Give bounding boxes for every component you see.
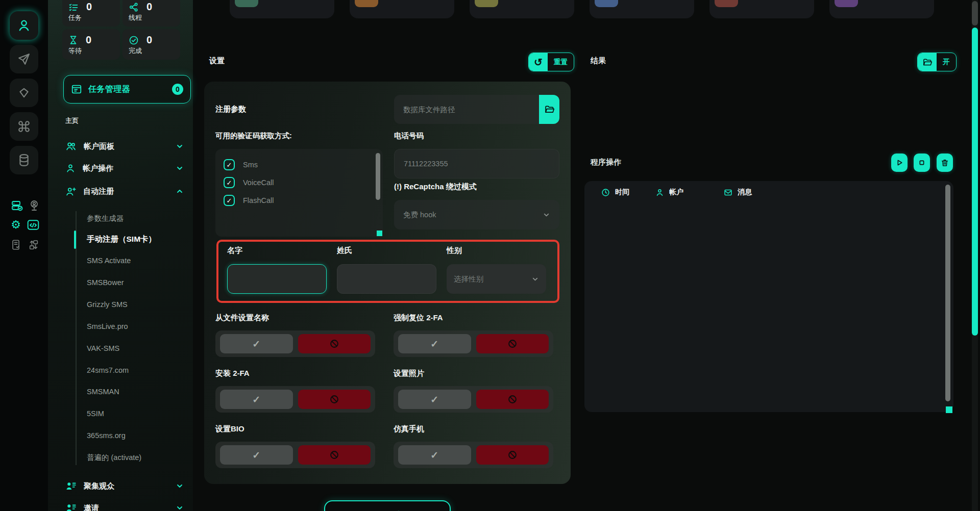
check-circle-icon: [129, 35, 139, 45]
delete-button[interactable]: [937, 154, 953, 172]
stat-card-tasks: 0 任务: [62, 0, 120, 27]
last-name-input[interactable]: [337, 264, 436, 294]
chevron-down-icon: [176, 482, 184, 490]
toggle-yes-button[interactable]: ✓: [220, 445, 293, 465]
stat-label: 等待: [62, 46, 120, 56]
chevron-down-icon: [176, 504, 184, 511]
person-icon: [65, 163, 76, 173]
method-label: Sms: [243, 161, 258, 169]
top-card[interactable]: [590, 0, 694, 18]
toggle-label-emulate-phone: 仿真手机: [394, 424, 424, 434]
browse-db-button[interactable]: [539, 95, 559, 124]
settings-panel: 注册参数 可用的验证码获取方式: 电话号码 ✓ Sms ✓ VoiceCall …: [204, 82, 571, 484]
person-list-icon: [65, 480, 77, 492]
sidebar: 0 任务 0 线程 0 等待 0 完成 任务管理器 0 主页 帐户面板: [48, 0, 193, 511]
table-scrollbar[interactable]: [945, 185, 950, 401]
toggle-no-button[interactable]: [476, 445, 549, 465]
open-button-label: 开: [937, 53, 956, 71]
column-header-account[interactable]: 帐户: [655, 188, 683, 197]
stop-button[interactable]: [914, 154, 930, 172]
phone-input[interactable]: [394, 149, 559, 178]
top-card[interactable]: [470, 0, 574, 18]
top-card[interactable]: [230, 0, 334, 18]
rail-send-button[interactable]: [10, 45, 38, 73]
submenu-item-365sms[interactable]: 365sms.org: [87, 431, 126, 440]
submenu-item-manual-sim[interactable]: 手动注册（SIM卡）: [87, 234, 156, 245]
rail-diamond-button[interactable]: [10, 79, 38, 107]
command-icon: [17, 120, 31, 133]
submenu-item-sms-activate[interactable]: SMS Activate: [87, 257, 131, 265]
checkbox-checked[interactable]: ✓: [224, 159, 235, 170]
checkbox-checked[interactable]: ✓: [224, 195, 235, 206]
resize-handle[interactable]: [377, 231, 382, 236]
settings-title: 设置: [209, 56, 225, 66]
toggle-no-button[interactable]: [476, 334, 549, 353]
methods-label: 可用的验证码获取方式:: [215, 131, 292, 141]
rail-settings-button[interactable]: ⚙: [9, 218, 22, 232]
prohibition-icon: [507, 394, 518, 405]
task-manager-button[interactable]: 任务管理器 0: [63, 75, 191, 104]
rail-swap-button[interactable]: [27, 238, 40, 251]
sidebar-item-gather-audience[interactable]: 聚集观众: [65, 478, 184, 494]
toggle-force-reset-2fa: ✓: [394, 330, 553, 357]
rail-database-button[interactable]: [10, 146, 38, 174]
recaptcha-mode-select[interactable]: 免费 hook: [394, 200, 559, 229]
resize-handle[interactable]: [946, 406, 952, 413]
toggle-yes-button[interactable]: ✓: [398, 334, 471, 353]
submenu-item-universal-activate[interactable]: 普遍的 (activate): [87, 453, 141, 463]
rail-server-check-button[interactable]: [10, 199, 23, 212]
submenu-item-5sim[interactable]: 5SIM: [87, 410, 104, 418]
start-button[interactable]: 开始: [324, 500, 451, 511]
paper-plane-icon: [17, 53, 31, 66]
sidebar-item-auto-register[interactable]: 自动注册: [65, 184, 184, 199]
checkbox-checked[interactable]: ✓: [224, 177, 235, 188]
run-button[interactable]: [891, 154, 908, 172]
first-name-input[interactable]: [227, 264, 327, 294]
top-card[interactable]: [709, 0, 814, 18]
rail-doc-check-button[interactable]: [10, 238, 23, 251]
results-title: 结果: [591, 56, 606, 66]
top-card[interactable]: [829, 0, 934, 18]
toggle-yes-button[interactable]: ✓: [398, 390, 471, 409]
column-header-time[interactable]: 时间: [601, 188, 629, 197]
card-color-swatch: [355, 0, 378, 7]
recaptcha-mode-value: 免费 hook: [403, 210, 436, 220]
top-card[interactable]: [350, 0, 454, 18]
submenu-item-params-generator[interactable]: 参数生成器: [87, 214, 124, 223]
toggle-yes-button[interactable]: ✓: [398, 445, 471, 465]
rotate-ccw-icon: ↺: [529, 53, 548, 71]
list-scrollbar[interactable]: [376, 153, 380, 200]
stop-icon: [918, 159, 926, 167]
toggle-yes-button[interactable]: ✓: [220, 390, 293, 409]
submenu-item-smsman[interactable]: SMSMAN: [87, 388, 119, 396]
sidebar-item-account-ops[interactable]: 帐户操作: [65, 161, 184, 176]
column-header-message[interactable]: 消息: [724, 188, 752, 197]
folder-icon: [918, 53, 937, 71]
gender-select[interactable]: 选择性别: [447, 264, 546, 294]
reset-button[interactable]: ↺ 重置: [528, 53, 574, 71]
page-scrollbar-thumb[interactable]: [972, 28, 978, 336]
submenu-guide-line: [76, 211, 77, 465]
open-results-button[interactable]: 开: [917, 53, 957, 71]
sidebar-item-invite[interactable]: 邀请: [65, 500, 184, 511]
person-list-icon: [65, 502, 77, 511]
submenu-item-smslive[interactable]: SmsLive.pro: [87, 322, 128, 330]
submenu-item-24sms7[interactable]: 24sms7.com: [87, 366, 129, 374]
rail-command-button[interactable]: [10, 112, 38, 141]
program-ops-label: 程序操作: [591, 158, 621, 167]
rail-webcam-button[interactable]: [28, 199, 41, 212]
submenu-item-smsbower[interactable]: SMSBower: [87, 278, 124, 287]
rail-code-window-button[interactable]: [27, 218, 40, 232]
rail-profile-button[interactable]: [10, 11, 38, 40]
db-path-input[interactable]: [394, 95, 539, 124]
toggle-no-button[interactable]: [298, 334, 371, 353]
toggle-no-button[interactable]: [298, 445, 371, 465]
sidebar-item-account-panel[interactable]: 帐户面板: [65, 139, 184, 154]
scrollbar-grip[interactable]: [972, 1, 978, 25]
submenu-item-vaksms[interactable]: VAK-SMS: [87, 344, 119, 352]
toggle-no-button[interactable]: [476, 390, 549, 409]
page-scrollbar-track[interactable]: [972, 0, 978, 511]
toggle-no-button[interactable]: [298, 390, 371, 409]
submenu-item-grizzly[interactable]: Grizzly SMS: [87, 300, 128, 309]
toggle-yes-button[interactable]: ✓: [220, 334, 293, 353]
